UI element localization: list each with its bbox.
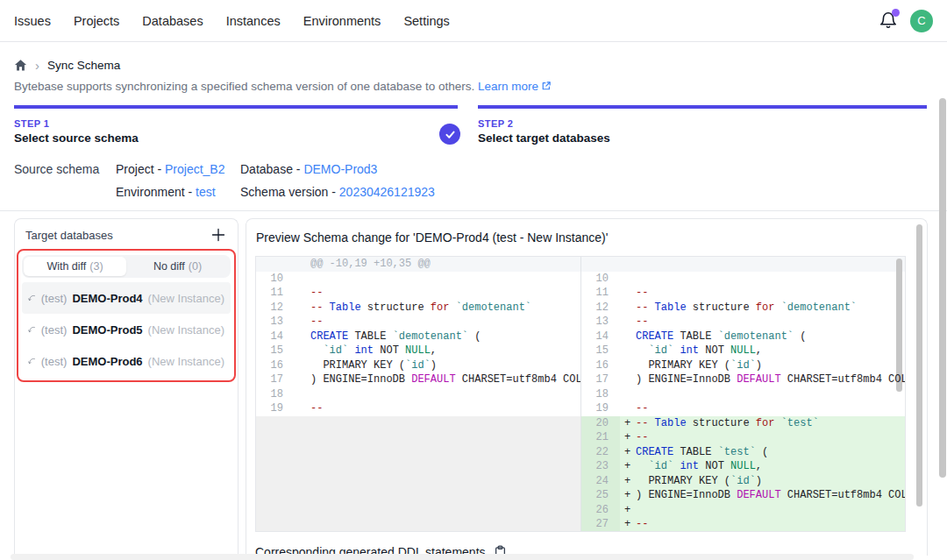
source-schema-summary: Source schema Project - Project_B2 Datab…: [14, 162, 933, 199]
intro-text: Bytebase supports synchronizing a specif…: [14, 80, 933, 93]
target-database-item[interactable]: (test)DEMO-Prod4(New Instance): [22, 282, 231, 314]
diff-code-row: 15 `id` int NOT NULL,: [256, 344, 580, 358]
target-databases-panel: Target databases With diff (3) No diff (…: [14, 218, 239, 556]
add-target-database-button[interactable]: [210, 226, 227, 244]
avatar[interactable]: C: [910, 10, 933, 32]
nav-item-instances[interactable]: Instances: [226, 14, 281, 28]
source-version-field: Schema version - 20230426121923: [240, 185, 933, 199]
learn-more-link[interactable]: Learn more: [478, 80, 552, 93]
breadcrumb-page-title: Sync Schema: [47, 59, 120, 72]
diff-pane-original: @@ -10,19 +10,35 @@1011--12-- Table stru…: [256, 257, 580, 531]
database-link[interactable]: DEMO-Prod3: [303, 162, 377, 176]
tab-no-diff[interactable]: No diff (0): [126, 257, 229, 276]
database-engine-icon: [28, 354, 36, 368]
diff-code-row: 10: [256, 272, 580, 287]
tab-with-diff[interactable]: With diff (3): [24, 257, 126, 276]
check-icon: [445, 129, 456, 140]
diff-filler-row: [256, 488, 580, 503]
diff-code-row: 27+--: [581, 517, 905, 531]
tab-with-diff-count: (3): [89, 260, 103, 273]
learn-more-label: Learn more: [478, 80, 538, 93]
db-name: DEMO-Prod6: [72, 355, 142, 368]
target-database-item[interactable]: (test)DEMO-Prod6(New Instance): [22, 345, 231, 377]
source-schema-label: Source schema: [14, 162, 116, 176]
nav-item-databases[interactable]: Databases: [142, 14, 203, 28]
page-scrollbar[interactable]: [939, 98, 946, 478]
step-1-title: Select source schema: [14, 131, 458, 145]
nav-menu: Issues Projects Databases Instances Envi…: [14, 14, 450, 28]
diff-code-row: 12-- Table structure for `demotenant`: [256, 301, 580, 315]
main-content: Target databases With diff (3) No diff (…: [0, 210, 947, 556]
nav-item-issues[interactable]: Issues: [14, 14, 51, 28]
diff-code-row: 17) ENGINE=InnoDB DEFAULT CHARSET=utf8mb…: [256, 372, 580, 387]
diff-code-row: 20+-- Table structure for `test`: [581, 416, 905, 431]
diff-code-row: 13--: [581, 315, 905, 330]
step-1-label: STEP 1: [14, 118, 458, 129]
horizontal-scrollbar[interactable]: [11, 554, 914, 560]
breadcrumb: › Sync Schema: [14, 57, 933, 73]
database-field-label: Database -: [240, 162, 303, 176]
external-link-icon: [541, 81, 552, 91]
diff-code-row: 14CREATE TABLE `demotenant` (: [256, 330, 580, 344]
target-database-list: (test)DEMO-Prod4(New Instance)(test)DEMO…: [22, 282, 231, 377]
diff-filler-row: [256, 474, 580, 489]
diff-code-row: 16 PRIMARY KEY (`id`): [256, 358, 580, 373]
target-database-item[interactable]: (test)DEMO-Prod5(New Instance): [22, 314, 231, 345]
step-2-title: Select target databases: [478, 131, 927, 145]
db-environment: (test): [41, 323, 68, 337]
home-icon[interactable]: [14, 59, 27, 72]
top-navigation: Issues Projects Databases Instances Envi…: [0, 0, 947, 42]
nav-item-projects[interactable]: Projects: [74, 14, 119, 28]
db-instance-suffix: (New Instance): [148, 292, 224, 305]
diff-filler-row: [256, 503, 580, 518]
diff-filler-row: [256, 430, 580, 445]
source-project-field: Project - Project_B2: [116, 162, 240, 176]
db-instance-suffix: (New Instance): [148, 355, 224, 368]
database-engine-icon: [28, 291, 36, 305]
diff-code-row: 16 PRIMARY KEY (`id`): [581, 358, 905, 373]
diff-filler-row: [256, 459, 580, 474]
diff-code-row: 26+: [581, 503, 905, 518]
preview-panel-scrollbar[interactable]: [916, 224, 922, 507]
diff-code-row: 18: [581, 387, 905, 402]
tab-no-diff-count: (0): [189, 260, 202, 273]
source-database-field: Database - DEMO-Prod3: [240, 162, 933, 176]
environment-link[interactable]: test: [196, 185, 216, 199]
diff-code-row: 23+ `id` int NOT NULL,: [581, 459, 905, 474]
diff-filler-row: [256, 517, 580, 531]
tab-no-diff-label: No diff: [153, 260, 185, 273]
target-databases-title: Target databases: [25, 229, 113, 242]
diff-code-row: 10: [581, 272, 905, 287]
nav-item-environments[interactable]: Environments: [303, 14, 381, 28]
db-environment: (test): [41, 355, 68, 368]
diff-code-row: 11--: [581, 286, 905, 301]
environment-field-label: Environment -: [116, 185, 196, 199]
step-2: STEP 2 Select target databases: [478, 105, 927, 145]
diff-code-row: 11--: [256, 286, 580, 301]
diff-code-row: 14CREATE TABLE `demotenant` (: [581, 330, 905, 344]
intro-description: Bytebase supports synchronizing a specif…: [14, 80, 474, 93]
diff-code-row: 17) ENGINE=InnoDB DEFAULT CHARSET=utf8mb…: [581, 372, 905, 387]
project-link[interactable]: Project_B2: [165, 162, 224, 176]
schema-version-link[interactable]: 20230426121923: [339, 185, 435, 199]
diff-code-row: 13--: [256, 315, 580, 330]
diff-pane-modified: 1011--12-- Table structure for `demotena…: [580, 257, 905, 531]
breadcrumb-chevron-icon: ›: [35, 59, 39, 72]
step-2-label: STEP 2: [478, 118, 927, 129]
diff-hunk-header: [581, 257, 905, 272]
plus-icon: [211, 228, 225, 242]
preview-title: Preview Schema change for 'DEMO-Prod4 (t…: [256, 230, 906, 245]
diff-filler-row: [256, 445, 580, 460]
diff-code-row: 19--: [581, 401, 905, 416]
source-environment-field: Environment - test: [116, 185, 240, 199]
database-engine-icon: [28, 323, 36, 337]
db-name: DEMO-Prod4: [72, 292, 142, 305]
notification-bell-button[interactable]: [879, 11, 898, 31]
tab-with-diff-label: With diff: [46, 260, 86, 273]
diff-code-row: 12-- Table structure for `demotenant`: [581, 301, 905, 315]
nav-item-settings[interactable]: Settings: [403, 14, 449, 28]
step-1-complete-check: [439, 124, 460, 145]
db-name: DEMO-Prod5: [72, 323, 142, 337]
diff-hunk-header: @@ -10,19 +10,35 @@: [256, 257, 580, 272]
diff-filter-tabs: With diff (3) No diff (0): [22, 255, 231, 278]
